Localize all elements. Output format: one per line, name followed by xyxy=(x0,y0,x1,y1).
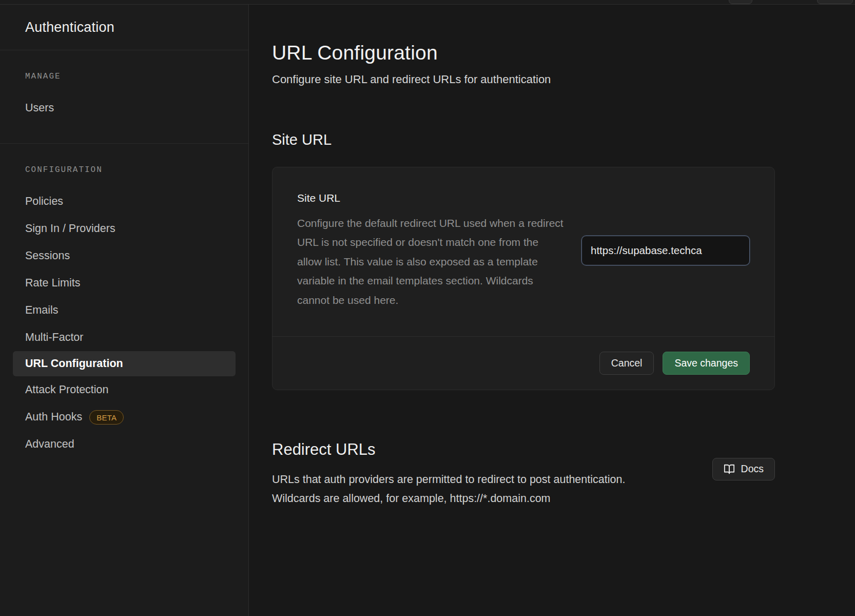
site-url-field-label: Site URL xyxy=(297,192,564,204)
sidebar-item-label: Advanced xyxy=(25,438,74,451)
redirect-urls-section: Redirect URLs URLs that auth providers a… xyxy=(272,440,775,508)
sidebar-item-label: Emails xyxy=(25,304,59,317)
sidebar-section-configuration: CONFIGURATION Policies Sign In / Provide… xyxy=(0,143,248,479)
sidebar-item-url-configuration[interactable]: URL Configuration xyxy=(13,351,236,376)
sidebar-item-rate-limits[interactable]: Rate Limits xyxy=(0,270,248,297)
sidebar-item-policies[interactable]: Policies xyxy=(0,188,248,215)
sidebar-item-label: Attack Protection xyxy=(25,383,109,396)
sidebar-item-sessions[interactable]: Sessions xyxy=(0,242,248,270)
page-title: URL Configuration xyxy=(272,42,855,64)
beta-badge: BETA xyxy=(89,410,124,425)
sidebar-item-label: Policies xyxy=(25,195,63,208)
site-url-card-body: Site URL Configure the default redirect … xyxy=(273,167,774,336)
sidebar-item-multi-factor[interactable]: Multi-Factor xyxy=(0,324,248,351)
site-url-field-info: Site URL Configure the default redirect … xyxy=(297,192,564,310)
app-shell: Authentication MANAGE Users CONFIGURATIO… xyxy=(0,5,855,616)
sidebar-item-sign-in-providers[interactable]: Sign In / Providers xyxy=(0,215,248,242)
sidebar-item-advanced[interactable]: Advanced xyxy=(0,431,248,458)
page-subtitle: Configure site URL and redirect URLs for… xyxy=(272,73,855,86)
save-changes-button[interactable]: Save changes xyxy=(663,352,750,375)
redirect-urls-text: Redirect URLs URLs that auth providers a… xyxy=(272,440,631,508)
section-label-configuration: CONFIGURATION xyxy=(25,165,248,175)
sidebar-item-auth-hooks[interactable]: Auth Hooks BETA xyxy=(0,403,248,431)
url-configuration-page: URL Configuration Configure site URL and… xyxy=(249,5,855,616)
sidebar-item-label: Sign In / Providers xyxy=(25,222,115,235)
sidebar-item-emails[interactable]: Emails xyxy=(0,297,248,324)
sidebar-item-label: Sessions xyxy=(25,249,70,262)
topbar-button-stub[interactable] xyxy=(817,0,853,4)
site-url-card: Site URL Configure the default redirect … xyxy=(272,167,775,390)
site-url-input[interactable] xyxy=(581,236,750,265)
topbar-button-stub[interactable] xyxy=(729,0,752,4)
book-open-icon xyxy=(724,464,735,475)
site-url-section-heading: Site URL xyxy=(272,131,855,148)
docs-button-label: Docs xyxy=(741,463,764,475)
cancel-button[interactable]: Cancel xyxy=(599,352,654,375)
top-bar xyxy=(0,0,855,5)
section-label-manage: MANAGE xyxy=(25,72,248,81)
sidebar-item-attack-protection[interactable]: Attack Protection xyxy=(0,376,248,403)
sidebar-item-label: Auth Hooks xyxy=(25,411,82,424)
sidebar-title: Authentication xyxy=(0,5,248,50)
redirect-urls-description: URLs that auth providers are permitted t… xyxy=(272,470,631,508)
redirect-urls-heading: Redirect URLs xyxy=(272,440,631,459)
sidebar-item-label: Rate Limits xyxy=(25,277,81,290)
site-url-field-description: Configure the default redirect URL used … xyxy=(297,214,564,310)
docs-button[interactable]: Docs xyxy=(712,458,775,480)
sidebar-item-label: URL Configuration xyxy=(25,357,123,370)
sidebar-item-label: Multi-Factor xyxy=(25,331,83,344)
sidebar-item-users[interactable]: Users xyxy=(0,94,248,122)
sidebar-item-label: Users xyxy=(25,102,54,114)
sidebar-section-manage: MANAGE Users xyxy=(0,50,248,143)
site-url-card-footer: Cancel Save changes xyxy=(273,336,774,390)
auth-sidebar: Authentication MANAGE Users CONFIGURATIO… xyxy=(0,5,249,616)
